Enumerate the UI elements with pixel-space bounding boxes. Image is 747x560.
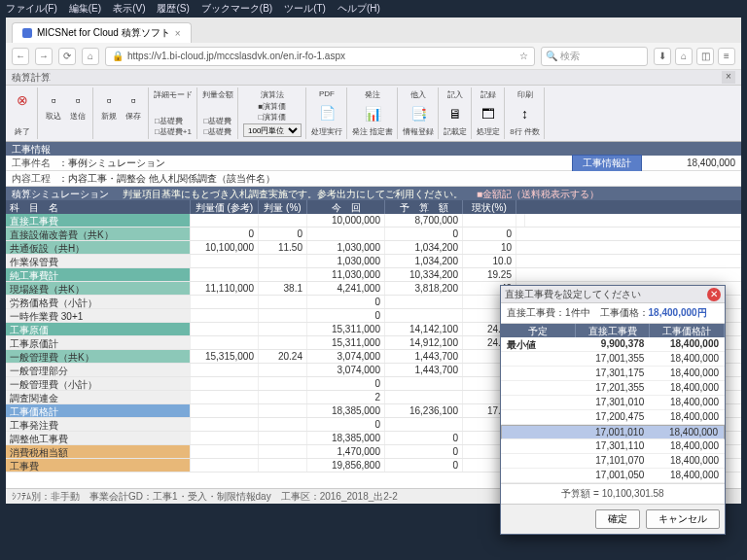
- menu-item[interactable]: 編集(E): [69, 2, 101, 16]
- ribbon-item[interactable]: ▫保存: [123, 89, 144, 122]
- cell: 2: [307, 391, 385, 403]
- col-header: 判量 (%): [259, 200, 307, 214]
- browser-tab[interactable]: MICSNet for Cloud 積算ソフト ×: [12, 22, 192, 43]
- ribbon-item[interactable]: ▫取込: [43, 89, 64, 122]
- toolbar-icon[interactable]: ⬇: [654, 48, 671, 65]
- home-button[interactable]: ⌂: [82, 48, 99, 65]
- ribbon-entry[interactable]: 記入🖥記載定: [440, 88, 472, 139]
- ribbon-order[interactable]: 発注📊発注 指定書: [348, 88, 398, 139]
- ribbon-option[interactable]: □基礎費+1: [155, 126, 192, 137]
- ribbon-record[interactable]: 記録🗔処理定: [473, 88, 505, 139]
- cell: 1,030,000: [307, 255, 385, 267]
- toolbar-icon[interactable]: ≡: [718, 48, 735, 65]
- toolbar-icon[interactable]: ◫: [696, 48, 714, 65]
- ribbon-option[interactable]: □基礎費: [155, 116, 192, 126]
- cell: 3,074,000: [307, 364, 385, 376]
- cell: 15,311,000: [307, 323, 385, 335]
- work-content-row: 内容工程 ：内容工事・調整会 他人札関係調査（該当件名）: [6, 171, 741, 187]
- dialog-row[interactable]: 17,301,01018,400,000: [501, 396, 725, 410]
- dialog-close-icon[interactable]: ✕: [707, 288, 721, 301]
- ribbon-pdf[interactable]: PDF📄处理実行: [307, 88, 347, 139]
- dialog-row[interactable]: 最小値9,900,37818,400,000: [501, 337, 725, 352]
- menu-item[interactable]: ブックマーク(B): [201, 2, 272, 16]
- toolbar-icon[interactable]: ⌂: [675, 48, 693, 65]
- breadcrumb-close-icon[interactable]: ×: [722, 71, 735, 84]
- cell: [259, 296, 307, 308]
- cell: 0: [307, 377, 385, 390]
- work-content-label: 内容工程: [12, 172, 51, 186]
- work-content-value: ：内容工事・調整会 他人札関係調査（該当件名）: [58, 172, 275, 186]
- url-field[interactable]: 🔒 https://v1.bi-cloud.jp/mccslasdvk.on/e…: [105, 47, 535, 66]
- dialog-row[interactable]: 17,001,05018,400,000: [501, 469, 725, 483]
- cell: [191, 309, 259, 322]
- table-row[interactable]: 共通仮設（共H）10,100,00011.501,030,0001,034,20…: [6, 241, 741, 255]
- row-name: 工事原価: [6, 323, 191, 335]
- table-row[interactable]: 直接設備改善費（共K）0000: [6, 228, 741, 241]
- dialog-table-header: 予定直接工事費工事価格計: [501, 324, 725, 337]
- work-calc-button[interactable]: 工事情報計: [572, 155, 642, 172]
- cell: 1,443,700: [385, 350, 463, 363]
- forward-button[interactable]: →: [35, 48, 53, 65]
- ribbon-item[interactable]: ▫送信: [67, 89, 89, 122]
- dialog-row[interactable]: 17,301,17518,400,000: [501, 367, 725, 381]
- cell: [259, 445, 307, 458]
- dialog-row[interactable]: 17,101,07018,400,000: [501, 454, 725, 469]
- ok-button[interactable]: 確定: [595, 509, 640, 529]
- cell: [259, 323, 307, 335]
- col-header: 判量価 (参考): [191, 200, 259, 214]
- menu-item[interactable]: ヘルプ(H): [338, 2, 380, 16]
- back-button[interactable]: ←: [12, 48, 29, 65]
- dialog-cell: [501, 396, 576, 409]
- star-icon[interactable]: ☆: [519, 51, 528, 61]
- tab-close-icon[interactable]: ×: [175, 28, 181, 39]
- dialog-cell: [501, 410, 576, 424]
- dialog-row[interactable]: 17,301,11018,400,000: [501, 439, 725, 454]
- dialog-cell: 最小値: [501, 337, 576, 351]
- row-name: 工事発注費: [6, 418, 191, 431]
- ribbon-print[interactable]: 印刷↕8行 件数: [506, 88, 545, 139]
- cell: [191, 445, 259, 458]
- cell: 0: [259, 228, 307, 240]
- table-row[interactable]: 直接工事費10,000,0008,700,000: [6, 214, 741, 228]
- cell: [385, 296, 463, 308]
- ribbon-amount[interactable]: 判量金額 □基礎費□基礎費: [198, 88, 238, 139]
- sim-note: 判量項目基準にもとづき入札調査実施です。参考出力にしてご利用ください。: [123, 188, 463, 199]
- dialog-row[interactable]: 17,001,01018,400,000: [501, 425, 725, 439]
- cancel-button[interactable]: キャンセル: [646, 509, 720, 529]
- dialog-row[interactable]: 17,001,35518,400,000: [501, 352, 725, 367]
- ribbon-option[interactable]: □基礎費: [204, 116, 232, 126]
- cell: 0: [385, 445, 463, 458]
- ribbon-calc[interactable]: 演算法 ■演算価□演算価 100円単位: [239, 88, 306, 139]
- row-name: 直接設備改善費（共K）: [6, 228, 191, 240]
- cell: [191, 296, 259, 308]
- menu-item[interactable]: 履歴(S): [157, 2, 189, 16]
- cell: 38.1: [259, 282, 307, 295]
- reload-button[interactable]: ⟳: [58, 48, 76, 65]
- dialog-footer: 予算額 = 10,100,301.58: [501, 483, 725, 504]
- cell: [191, 418, 259, 431]
- ribbon-detail-mode[interactable]: 詳細モード □基礎費□基礎費+1: [150, 88, 197, 139]
- work-amount: 18,400,000: [658, 158, 735, 168]
- table-row[interactable]: 作業保管費1,030,0001,034,20010.0: [6, 255, 741, 268]
- work-name-label: 工事件名: [12, 157, 51, 170]
- ribbon-option[interactable]: ■演算価: [259, 101, 287, 112]
- menu-item[interactable]: ツール(T): [284, 2, 326, 16]
- dialog-cell: 17,301,110: [576, 439, 651, 453]
- dialog-row[interactable]: 17,201,35518,400,000: [501, 381, 725, 396]
- menu-item[interactable]: ファイル(F): [6, 2, 57, 16]
- menu-item[interactable]: 表示(V): [113, 2, 145, 16]
- ribbon-close[interactable]: ⊗ 終了: [8, 88, 38, 139]
- ribbon-option[interactable]: □基礎費: [204, 126, 232, 137]
- ribbon-input[interactable]: 他入📑情報登録: [399, 88, 439, 139]
- dialog-row[interactable]: 17,200,47518,400,000: [501, 410, 725, 425]
- table-row[interactable]: 純工事費計11,030,00010,334,20019.25: [6, 268, 741, 282]
- lock-icon: 🔒: [112, 51, 124, 61]
- cell: [259, 418, 307, 431]
- cell: [307, 228, 385, 240]
- dialog-table-body: 最小値9,900,37818,400,00017,001,35518,400,0…: [501, 337, 725, 483]
- ribbon-option[interactable]: □演算価: [259, 112, 287, 122]
- unit-select[interactable]: 100円単位: [243, 123, 302, 137]
- work-name-row: 工事件名 ：事例シミュレーション 工事情報計 18,400,000: [6, 156, 741, 171]
- search-field[interactable]: 🔍 検索: [541, 47, 648, 66]
- ribbon-item[interactable]: ▫新規: [98, 89, 120, 122]
